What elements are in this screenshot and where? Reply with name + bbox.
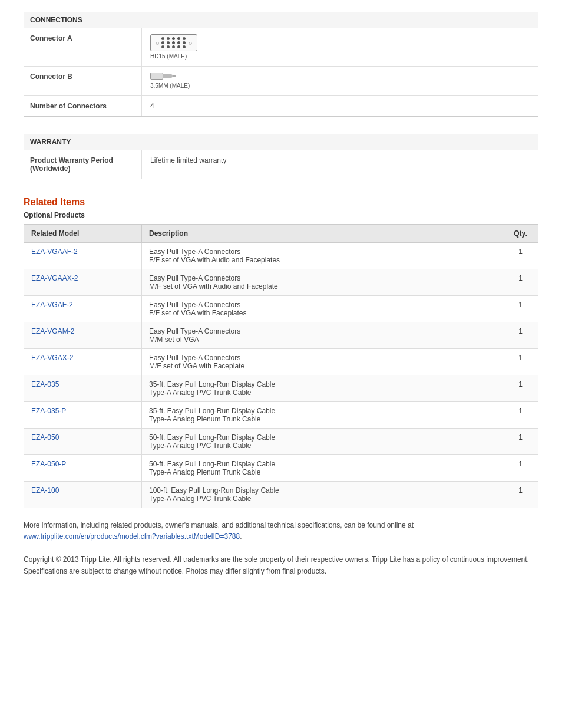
connector-a-value: ○ ○ HD15 (MALE)	[142, 28, 538, 66]
connector-a-row: Connector A ○ ○ HD15 (MALE)	[24, 28, 538, 67]
related-description-cell: Easy Pull Type-A ConnectorsM/M set of VG…	[142, 322, 503, 349]
num-connectors-row: Number of Connectors 4	[24, 96, 538, 116]
num-connectors-value: 4	[142, 96, 538, 116]
description-main: Easy Pull Type-A Connectors	[149, 301, 495, 309]
num-connectors-label: Number of Connectors	[24, 96, 142, 116]
description-main: Easy Pull Type-A Connectors	[149, 248, 495, 256]
table-row: EZA-VGAX-2Easy Pull Type-A ConnectorsM/F…	[24, 349, 538, 375]
connections-section: CONNECTIONS Connector A ○ ○ HD15 (MALE	[24, 12, 538, 117]
related-qty-cell: 1	[503, 375, 538, 402]
description-main: Easy Pull Type-A Connectors	[149, 327, 495, 335]
connector-b-value: 3.5MM (MALE)	[142, 67, 538, 95]
table-row: EZA-VGAAF-2Easy Pull Type-A ConnectorsF/…	[24, 243, 538, 269]
related-qty-cell: 1	[503, 322, 538, 349]
table-row: EZA-VGAM-2Easy Pull Type-A ConnectorsM/M…	[24, 322, 538, 349]
model-link[interactable]: EZA-VGAX-2	[31, 354, 73, 362]
model-link[interactable]: EZA-035-P	[31, 407, 66, 415]
warranty-period-value: Lifetime limited warranty	[142, 150, 538, 179]
table-row: EZA-035-P35-ft. Easy Pull Long-Run Displ…	[24, 402, 538, 429]
related-qty-cell: 1	[503, 349, 538, 375]
col-header-description: Description	[142, 225, 503, 243]
related-model-cell: EZA-VGAX-2	[24, 349, 142, 375]
related-model-cell: EZA-035-P	[24, 402, 142, 429]
description-sub: Type-A Analog Plenum Trunk Cable	[149, 468, 495, 476]
connector-a-label: Connector A	[24, 28, 142, 66]
table-row: EZA-05050-ft. Easy Pull Long-Run Display…	[24, 429, 538, 455]
description-sub: M/F set of VGA with Audio and Faceplate	[149, 282, 495, 291]
related-model-cell: EZA-VGAF-2	[24, 296, 142, 322]
model-link[interactable]: EZA-VGAM-2	[31, 327, 74, 335]
hd15-label: HD15 (MALE)	[150, 53, 197, 60]
description-main: 35-ft. Easy Pull Long-Run Display Cable	[149, 380, 495, 388]
related-items-table: Related Model Description Qty. EZA-VGAAF…	[24, 224, 538, 508]
related-model-cell: EZA-050-P	[24, 455, 142, 482]
hd15-connector-icon: ○ ○ HD15 (MALE)	[150, 34, 197, 60]
description-sub: Type-A Analog PVC Trunk Cable	[149, 388, 495, 397]
footer-info-text: More information, including related prod…	[24, 521, 414, 529]
description-sub: M/F set of VGA with Faceplate	[149, 362, 495, 370]
col-header-model: Related Model	[24, 225, 142, 243]
mm35-label: 3.5MM (MALE)	[150, 83, 190, 89]
related-description-cell: Easy Pull Type-A ConnectorsF/F set of VG…	[142, 296, 503, 322]
related-description-cell: Easy Pull Type-A ConnectorsF/F set of VG…	[142, 243, 503, 269]
optional-products-label: Optional Products	[24, 211, 538, 219]
related-description-cell: 35-ft. Easy Pull Long-Run Display CableT…	[142, 402, 503, 429]
description-main: Easy Pull Type-A Connectors	[149, 354, 495, 362]
model-link[interactable]: EZA-VGAAF-2	[31, 248, 78, 256]
related-qty-cell: 1	[503, 429, 538, 455]
related-model-cell: EZA-035	[24, 375, 142, 402]
table-row: EZA-050-P50-ft. Easy Pull Long-Run Displ…	[24, 455, 538, 482]
description-sub: F/F set of VGA with Faceplates	[149, 309, 495, 317]
related-description-cell: Easy Pull Type-A ConnectorsM/F set of VG…	[142, 349, 503, 375]
related-description-cell: 50-ft. Easy Pull Long-Run Display CableT…	[142, 429, 503, 455]
table-row: EZA-03535-ft. Easy Pull Long-Run Display…	[24, 375, 538, 402]
related-description-cell: 35-ft. Easy Pull Long-Run Display CableT…	[142, 375, 503, 402]
model-link[interactable]: EZA-035	[31, 380, 59, 388]
related-model-cell: EZA-050	[24, 429, 142, 455]
connector-b-row: Connector B 3.5MM (MALE)	[24, 67, 538, 96]
related-items-title: Related Items	[24, 197, 538, 207]
table-row: EZA-VGAAX-2Easy Pull Type-A ConnectorsM/…	[24, 269, 538, 296]
related-qty-cell: 1	[503, 243, 538, 269]
description-sub: M/M set of VGA	[149, 335, 495, 344]
model-link[interactable]: EZA-050	[31, 433, 59, 442]
model-link[interactable]: EZA-VGAF-2	[31, 301, 73, 309]
related-qty-cell: 1	[503, 269, 538, 296]
warranty-section: WARRANTY Product Warranty Period (Worldw…	[24, 134, 538, 179]
warranty-period-label: Product Warranty Period (Worldwide)	[24, 150, 142, 179]
related-qty-cell: 1	[503, 402, 538, 429]
description-main: 50-ft. Easy Pull Long-Run Display Cable	[149, 460, 495, 468]
table-row: EZA-VGAF-2Easy Pull Type-A ConnectorsF/F…	[24, 296, 538, 322]
model-link[interactable]: EZA-100	[31, 486, 59, 495]
model-link[interactable]: EZA-050-P	[31, 460, 66, 468]
copyright-text: Copyright © 2013 Tripp Lite. All rights …	[24, 554, 538, 577]
description-sub: F/F set of VGA with Audio and Faceplates	[149, 256, 495, 264]
description-main: 35-ft. Easy Pull Long-Run Display Cable	[149, 407, 495, 415]
connector-b-label: Connector B	[24, 67, 142, 95]
description-sub: Type-A Analog PVC Trunk Cable	[149, 495, 495, 503]
warranty-row: Product Warranty Period (Worldwide) Life…	[24, 150, 538, 179]
table-header-row: Related Model Description Qty.	[24, 225, 538, 243]
related-description-cell: Easy Pull Type-A ConnectorsM/F set of VG…	[142, 269, 503, 296]
related-qty-cell: 1	[503, 296, 538, 322]
model-link[interactable]: EZA-VGAAX-2	[31, 274, 78, 282]
related-qty-cell: 1	[503, 455, 538, 482]
description-sub: Type-A Analog Plenum Trunk Cable	[149, 415, 495, 423]
connections-header: CONNECTIONS	[24, 12, 538, 28]
related-items-section: Related Items Optional Products Related …	[24, 197, 538, 577]
col-header-qty: Qty.	[503, 225, 538, 243]
related-qty-cell: 1	[503, 482, 538, 508]
description-sub: Type-A Analog PVC Trunk Cable	[149, 442, 495, 450]
related-model-cell: EZA-VGAAX-2	[24, 269, 142, 296]
related-model-cell: EZA-VGAAF-2	[24, 243, 142, 269]
description-main: 100-ft. Easy Pull Long-Run Display Cable	[149, 486, 495, 495]
related-model-cell: EZA-VGAM-2	[24, 322, 142, 349]
mm35-connector-icon: 3.5MM (MALE)	[150, 73, 190, 89]
description-main: Easy Pull Type-A Connectors	[149, 274, 495, 282]
related-description-cell: 100-ft. Easy Pull Long-Run Display Cable…	[142, 482, 503, 508]
warranty-header: WARRANTY	[24, 134, 538, 150]
footer-info: More information, including related prod…	[24, 520, 538, 542]
related-description-cell: 50-ft. Easy Pull Long-Run Display CableT…	[142, 455, 503, 482]
description-main: 50-ft. Easy Pull Long-Run Display Cable	[149, 433, 495, 442]
footer-link[interactable]: www.tripplite.com/en/products/model.cfm?…	[24, 532, 240, 541]
